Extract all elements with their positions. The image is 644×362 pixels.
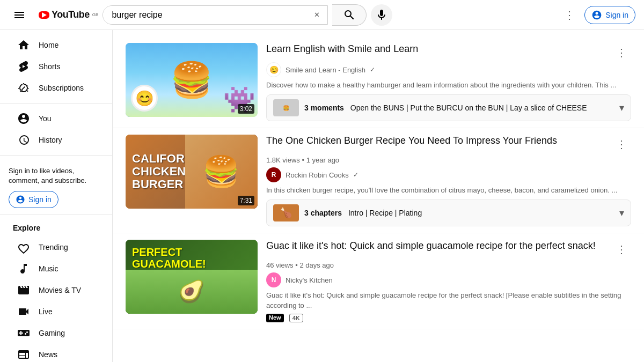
- thumbnail-3[interactable]: PERFECTGUACAMOLE! 🥑: [126, 240, 258, 314]
- channel-avatar-1: 😊: [266, 62, 281, 77]
- channel-name-3[interactable]: Nicky's Kitchen: [286, 276, 333, 284]
- music-icon: [17, 262, 30, 275]
- main-layout: Home Shorts Subscriptions You: [0, 30, 644, 362]
- channel-name-1[interactable]: Smile and Learn - English: [286, 66, 365, 74]
- result-description-3: Guac it like it's hot: Quick and simple …: [266, 291, 631, 310]
- result-title-3[interactable]: Guac it like it's hot: Quick and simple …: [266, 240, 612, 252]
- history-icon: [17, 134, 30, 146]
- verified-icon-2: ✓: [353, 171, 358, 179]
- search-results: 🍔 👾 😊 3:02 Learn English with Smi: [113, 30, 644, 362]
- sidebar-label-movies: Movies & TV: [39, 286, 81, 294]
- result-more-button-1[interactable]: ⋮: [612, 43, 631, 62]
- sidebar-item-history[interactable]: History: [4, 129, 108, 151]
- duration-badge-2: 7:31: [238, 196, 254, 205]
- results-list: 🍔 👾 😊 3:02 Learn English with Smi: [113, 30, 644, 336]
- result-views-2: 1.8K views: [266, 156, 300, 164]
- search-icon: [343, 9, 356, 21]
- microphone-icon: [375, 9, 388, 21]
- result-more-button-2[interactable]: ⋮: [612, 135, 631, 154]
- result-time-3: 2 days ago: [299, 261, 334, 269]
- meta-separator-2: •: [302, 156, 306, 164]
- explore-header: Explore: [0, 219, 112, 237]
- news-icon: [17, 348, 30, 361]
- result-header-2: The One Chicken Burger Recipe You Need T…: [266, 135, 631, 154]
- chapters-thumbnail-2: 🍗: [273, 204, 299, 221]
- result-info-2: The One Chicken Burger Recipe You Need T…: [266, 135, 631, 226]
- sidebar-item-news[interactable]: News: [4, 344, 108, 362]
- shorts-icon: [17, 60, 30, 73]
- account-icon: [591, 10, 602, 20]
- channel-row-3: N Nicky's Kitchen: [266, 272, 631, 287]
- chapters-expand-icon-2: ▾: [619, 207, 624, 219]
- sidebar-item-movies[interactable]: Movies & TV: [4, 279, 108, 301]
- sidebar-label-home: Home: [39, 41, 58, 49]
- sidebar-label-gaming: Gaming: [39, 329, 65, 337]
- result-info-3: Guac it like it's hot: Quick and simple …: [266, 240, 631, 322]
- sidebar-sign-in-button[interactable]: Sign in: [9, 191, 58, 208]
- sidebar-label-shorts: Shorts: [39, 62, 60, 71]
- voice-search-button[interactable]: [371, 4, 392, 26]
- menu-button[interactable]: [9, 4, 30, 26]
- channel-row-2: R Rockin Robin Cooks ✓: [266, 167, 631, 182]
- sidebar-item-music[interactable]: Music: [4, 258, 108, 279]
- hamburger-icon: [13, 9, 26, 21]
- sidebar-item-gaming[interactable]: Gaming: [4, 322, 108, 344]
- sidebar-label-you: You: [39, 114, 52, 123]
- sidebar-sign-in-label: Sign in: [28, 195, 52, 204]
- dots-icon: ⋮: [564, 9, 575, 21]
- sidebar-label-live: Live: [39, 307, 53, 316]
- trending-icon: [17, 241, 30, 254]
- result-more-button-3[interactable]: ⋮: [612, 240, 631, 259]
- sidebar-item-live[interactable]: Live: [4, 301, 108, 322]
- sidebar-item-trending[interactable]: Trending: [4, 237, 108, 258]
- logo-region: GB: [92, 12, 99, 17]
- home-icon: [17, 39, 30, 51]
- result-item-2: CALIFORNIACHICKENBURGER 🍔 7:31 The One C…: [113, 128, 644, 233]
- result-item: 🍔 👾 😊 3:02 Learn English with Smi: [113, 36, 644, 128]
- sidebar-item-home[interactable]: Home: [4, 34, 108, 56]
- thumbnail-2[interactable]: CALIFORNIACHICKENBURGER 🍔 7:31: [126, 135, 258, 209]
- chapters-expand-icon-1: ▾: [619, 102, 624, 114]
- result-meta-2: 1.8K views • 1 year ago: [266, 156, 631, 164]
- chapters-box-2[interactable]: 🍗 3 chapters Intro | Recipe | Plating ▾: [266, 200, 631, 226]
- sidebar-account-icon: [16, 195, 25, 204]
- youtube-logo[interactable]: YouTubeGB: [39, 9, 98, 20]
- result-meta-3: 46 views • 2 days ago: [266, 261, 631, 269]
- search-button[interactable]: [332, 4, 367, 26]
- chapters-count-2: 3 chapters: [304, 209, 342, 217]
- channel-name-2[interactable]: Rockin Robin Cooks: [286, 171, 349, 179]
- sidebar-label-subscriptions: Subscriptions: [39, 84, 84, 92]
- sidebar-item-subscriptions[interactable]: Subscriptions: [4, 77, 108, 99]
- sidebar-item-you[interactable]: You: [4, 108, 108, 129]
- sign-in-prompt-text: Sign in to like videos, comment, and sub…: [9, 166, 104, 186]
- chapters-content-2: Intro | Recipe | Plating: [348, 209, 422, 217]
- result-time-2: 1 year ago: [306, 156, 339, 164]
- sign-in-label: Sign in: [605, 11, 628, 19]
- sidebar-item-shorts[interactable]: Shorts: [4, 56, 108, 77]
- result-item-3: PERFECTGUACAMOLE! 🥑 Guac it like it's ho…: [113, 233, 644, 329]
- clear-button[interactable]: ✕: [306, 6, 327, 24]
- header: YouTubeGB ✕ ⋮ Sign in: [0, 0, 644, 30]
- result-title-2[interactable]: The One Chicken Burger Recipe You Need T…: [266, 135, 612, 147]
- you-icon: [17, 112, 30, 125]
- thumbnail-1[interactable]: 🍔 👾 😊 3:02: [126, 43, 258, 117]
- verified-icon-1: ✓: [370, 66, 375, 73]
- badges-container: New 4K: [266, 314, 631, 322]
- gaming-icon: [17, 327, 30, 339]
- logo-icon: [39, 11, 49, 19]
- sidebar: Home Shorts Subscriptions You: [0, 30, 113, 362]
- thumb-text-3: PERFECTGUACAMOLE!: [132, 246, 206, 270]
- chapters-box-1[interactable]: 🍔 3 moments Open the BUNS | Put the BURC…: [266, 94, 631, 121]
- clear-icon: ✕: [314, 11, 320, 19]
- chapters-count-1: 3 moments: [304, 104, 344, 112]
- channel-avatar-3: N: [266, 272, 281, 287]
- sign-in-box: Sign in to like videos, comment, and sub…: [0, 160, 112, 215]
- duration-badge-1: 3:02: [238, 104, 254, 114]
- sign-in-button[interactable]: Sign in: [584, 6, 635, 24]
- chapters-thumbnail-1: 🍔: [273, 99, 299, 116]
- search-container: ✕: [103, 4, 392, 26]
- more-options-button[interactable]: ⋮: [559, 4, 580, 26]
- k4-badge: 4K: [289, 314, 303, 322]
- result-title-1[interactable]: Learn English with Smile and Learn: [266, 43, 612, 55]
- search-input[interactable]: [103, 6, 306, 24]
